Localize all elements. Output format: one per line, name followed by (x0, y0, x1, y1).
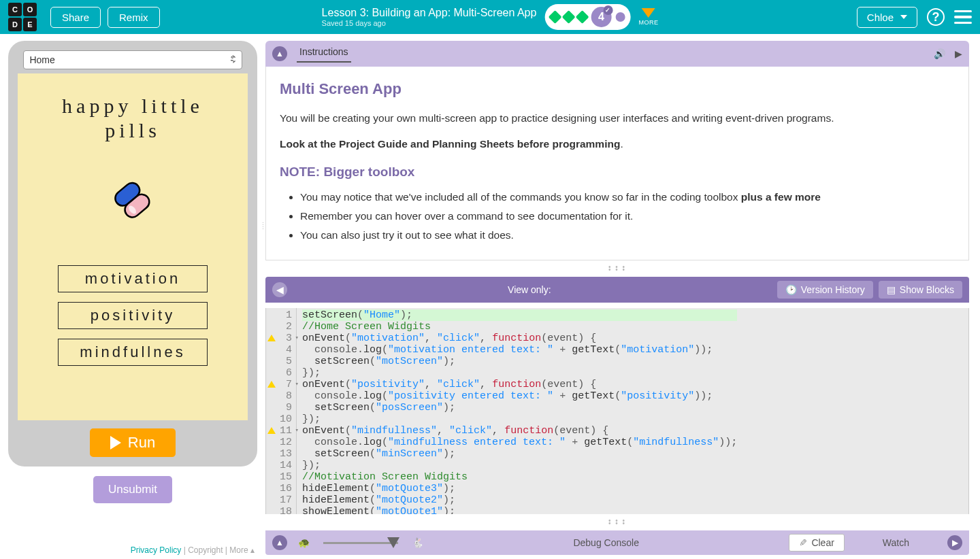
more-lessons[interactable]: MORE (638, 8, 658, 26)
share-button[interactable]: Share (50, 7, 101, 28)
line-gutter: 12345678910111213141516171819202122 (266, 308, 297, 514)
drag-handle-icon[interactable]: • • •• • • (265, 266, 969, 271)
app-mindfullness-button[interactable]: mindfullnes (58, 339, 208, 366)
help-icon[interactable]: ? (927, 8, 945, 26)
progress-indicator[interactable]: 4 (544, 4, 630, 30)
version-history-button[interactable]: 🕑 Version History (777, 281, 873, 299)
collapse-icon[interactable]: ▲ (272, 46, 287, 61)
view-only-label: View only: (287, 284, 772, 295)
list-item: Remember you can hover over a command to… (300, 208, 955, 224)
drag-handle-icon[interactable]: • • •• • • (265, 520, 969, 525)
debug-title: Debug Console (434, 537, 778, 548)
clock-icon: 🕑 (785, 284, 797, 295)
logo-o: O (23, 3, 37, 16)
turtle-icon: 🐢 (298, 537, 310, 548)
code-editor[interactable]: 12345678910111213141516171819202122 setS… (265, 308, 969, 514)
resize-grip-icon[interactable]: ⋮⋮ (260, 224, 266, 228)
expand-icon[interactable]: ▶ (947, 535, 962, 550)
play-instructions-icon[interactable]: ▶ (955, 48, 962, 59)
triangle-down-icon (642, 8, 655, 18)
instructions-heading: Multi Screen App (280, 78, 955, 101)
slider-thumb-icon (387, 537, 399, 548)
app-header: C O D E Share Remix Lesson 3: Building a… (0, 0, 980, 34)
lesson-title: Lesson 3: Building an App: Multi-Screen … (322, 7, 537, 19)
blocks-icon: ▤ (887, 284, 896, 295)
speed-slider[interactable] (323, 542, 398, 544)
rabbit-icon: 🐇 (412, 537, 423, 548)
logo[interactable]: C O D E (8, 3, 37, 31)
pill-icon (109, 177, 157, 224)
user-name: Chloe (867, 12, 894, 23)
logo-d: D (8, 18, 22, 31)
footer-links: Privacy Policy | Copyright | More ▴ (8, 540, 257, 556)
list-item: You may notice that we've included all o… (300, 189, 955, 205)
instructions-text: You will be creating your own multi-scre… (280, 110, 955, 126)
app-positivity-button[interactable]: positivity (58, 302, 208, 329)
menu-icon[interactable] (954, 10, 972, 24)
step-dot (615, 12, 625, 22)
diamond-icon (561, 10, 575, 24)
current-step-bubble: 4 (591, 7, 611, 27)
eraser-icon (799, 537, 807, 548)
screen-selector[interactable]: Home (23, 50, 242, 69)
collapse-icon[interactable]: ▲ (272, 535, 287, 550)
clear-button[interactable]: Clear (789, 534, 844, 552)
diamond-icon (548, 10, 561, 24)
user-menu[interactable]: Chloe (857, 7, 917, 28)
more-label: MORE (638, 19, 658, 26)
clear-label: Clear (811, 537, 834, 548)
app-title: happy littlepills (24, 94, 241, 143)
instructions-subheading: NOTE: Bigger toolbox (280, 162, 955, 182)
watch-label[interactable]: Watch (883, 537, 909, 548)
remix-button[interactable]: Remix (108, 7, 160, 28)
code-toolbar: ◀ View only: 🕑 Version History ▤ Show Bl… (265, 277, 969, 303)
instructions-text: Look at the Project Guide and Planning S… (280, 136, 955, 152)
blocks-label: Show Blocks (900, 284, 954, 295)
chevron-down-icon (900, 15, 907, 19)
debug-console-bar: ▲ 🐢 🐇 Debug Console Clear Watch ▶ (265, 530, 969, 555)
app-motivation-button[interactable]: motivation (58, 265, 208, 292)
workspace-panel: ⋮⋮ ▲ Instructions 🔊 ▶ Multi Screen App Y… (265, 34, 980, 559)
copyright-link[interactable]: Copyright (188, 545, 223, 555)
privacy-link[interactable]: Privacy Policy (131, 545, 182, 555)
instructions-list: You may notice that we've included all o… (280, 189, 955, 243)
back-icon[interactable]: ◀ (272, 282, 287, 297)
run-label: Run (128, 434, 155, 452)
show-blocks-button[interactable]: ▤ Show Blocks (879, 281, 962, 299)
run-button[interactable]: Run (90, 428, 176, 457)
more-link[interactable]: More ▴ (229, 545, 255, 555)
simulator-panel: Home happy littlepills motivation positi… (0, 34, 265, 559)
sound-icon[interactable]: 🔊 (934, 48, 945, 59)
app-screen: happy littlepills motivation positivity … (18, 73, 248, 420)
instructions-tab[interactable]: Instructions (297, 45, 351, 63)
logo-e: E (23, 18, 37, 31)
phone-frame: Home happy littlepills motivation positi… (8, 41, 257, 467)
play-icon (110, 436, 121, 450)
lesson-saved: Saved 15 days ago (322, 19, 537, 27)
code-body: setScreen("Home");//Home Screen Widgitso… (297, 308, 742, 514)
instructions-section: ▲ Instructions 🔊 ▶ Multi Screen App You … (265, 41, 969, 260)
logo-c: C (8, 3, 22, 16)
unsubmit-button[interactable]: Unsubmit (93, 476, 172, 503)
version-label: Version History (801, 284, 865, 295)
list-item: You can also just try it out to see what… (300, 227, 955, 243)
diamond-icon (575, 10, 589, 24)
